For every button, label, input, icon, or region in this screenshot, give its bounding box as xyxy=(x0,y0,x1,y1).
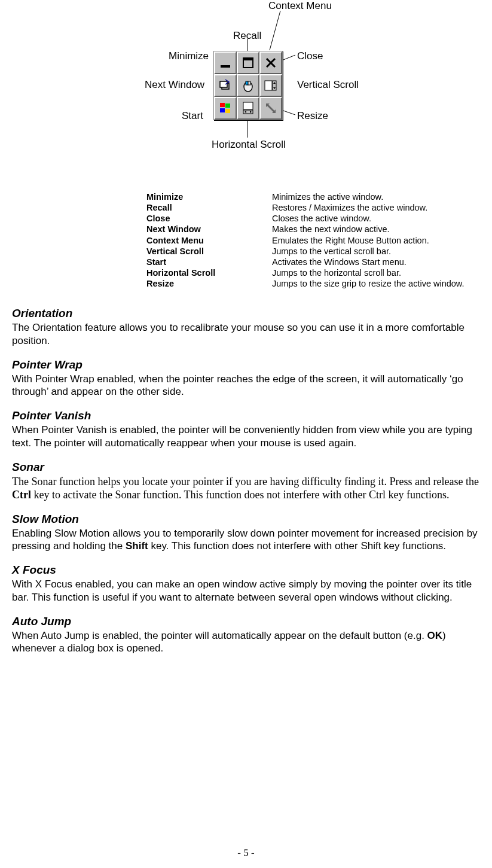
definition-row: RecallRestores / Maximizes the active wi… xyxy=(146,202,480,213)
definition-term: Horizontal Scroll xyxy=(146,267,272,278)
section-pointer-wrap: Pointer Wrap With Pointer Wrap enabled, … xyxy=(12,358,480,399)
definition-desc: Jumps to the vertical scroll bar. xyxy=(272,246,480,257)
svg-rect-13 xyxy=(246,81,248,85)
svg-line-0 xyxy=(270,11,280,50)
svg-rect-19 xyxy=(220,103,225,107)
context-menu-button[interactable] xyxy=(237,74,259,97)
definition-desc: Makes the next window active. xyxy=(272,224,480,234)
page-number: - 5 - xyxy=(0,847,492,859)
definition-row: CloseCloses the active window. xyxy=(146,213,480,224)
section-body: The Orientation feature allows you to re… xyxy=(12,321,480,348)
figure-label-horizontal-scroll: Horizontal Scroll xyxy=(212,139,286,151)
figure-label-start: Start xyxy=(182,110,203,122)
definition-row: Horizontal ScrollJumps to the horizontal… xyxy=(146,267,480,278)
definition-desc: Activates the Windows Start menu. xyxy=(272,257,480,267)
section-heading: Sonar xyxy=(12,461,480,474)
close-button[interactable] xyxy=(259,51,282,74)
body-text: key. This function does not interfere wi… xyxy=(148,540,446,552)
definition-row: MinimizeMinimizes the active window. xyxy=(146,191,480,202)
figure-label-context-menu: Context Menu xyxy=(268,0,332,12)
svg-rect-14 xyxy=(248,81,250,85)
section-body: Enabling Slow Motion allows you to tempo… xyxy=(12,527,480,553)
section-body: With Pointer Wrap enabled, when the poin… xyxy=(12,373,480,399)
cyberjump-toolbar xyxy=(213,51,283,120)
section-slow-motion: Slow Motion Enabling Slow Motion allows … xyxy=(12,513,480,553)
definition-row: Next WindowMakes the next window active. xyxy=(146,224,480,234)
definition-term: Resize xyxy=(146,278,272,289)
body-text: key to activate the Sonar function. This… xyxy=(31,489,450,501)
figure-label-next-window: Next Window xyxy=(145,79,204,91)
section-heading: Orientation xyxy=(12,307,480,320)
definition-desc: Closes the active window. xyxy=(272,213,480,224)
definition-term: Minimize xyxy=(146,191,272,202)
svg-line-4 xyxy=(283,111,295,115)
definition-term: Close xyxy=(146,213,272,224)
section-pointer-vanish: Pointer Vanish When Pointer Vanish is en… xyxy=(12,409,480,450)
section-heading: Pointer Wrap xyxy=(12,358,480,371)
figure-label-minimize: Minimize xyxy=(169,50,209,62)
body-text: When Auto Jump is enabled, the pointer w… xyxy=(12,630,427,641)
definition-list: MinimizeMinimizes the active window. Rec… xyxy=(146,191,480,289)
section-body: When Pointer Vanish is enabled, the poin… xyxy=(12,424,480,450)
body-bold: Shift xyxy=(126,540,148,552)
section-orientation: Orientation The Orientation feature allo… xyxy=(12,307,480,348)
definition-desc: Minimizes the active window. xyxy=(272,191,480,202)
definition-desc: Emulates the Right Mouse Button action. xyxy=(272,235,480,246)
toolbar-figure: Context Menu Recall Minimize Close Next … xyxy=(113,0,379,179)
svg-rect-20 xyxy=(225,103,230,108)
minimize-button[interactable] xyxy=(214,51,237,74)
section-body: When Auto Jump is enabled, the pointer w… xyxy=(12,629,480,656)
body-bold: OK xyxy=(427,630,443,641)
definition-row: Context MenuEmulates the Right Mouse But… xyxy=(146,235,480,246)
svg-rect-7 xyxy=(243,58,253,60)
figure-label-close: Close xyxy=(297,50,323,62)
body-text: The Sonar function helps you locate your… xyxy=(12,476,479,488)
definition-term: Vertical Scroll xyxy=(146,246,272,257)
definition-desc: Restores / Maximizes the active window. xyxy=(272,202,480,213)
definition-term: Recall xyxy=(146,202,272,213)
resize-button[interactable] xyxy=(259,97,282,120)
section-heading: X Focus xyxy=(12,564,480,577)
next-window-button[interactable] xyxy=(214,74,237,97)
svg-rect-23 xyxy=(243,102,253,109)
svg-rect-5 xyxy=(221,65,230,68)
section-heading: Pointer Vanish xyxy=(12,409,480,422)
section-auto-jump: Auto Jump When Auto Jump is enabled, the… xyxy=(12,615,480,656)
figure-label-recall: Recall xyxy=(233,30,261,42)
section-sonar: Sonar The Sonar function helps you locat… xyxy=(12,461,480,502)
definition-row: StartActivates the Windows Start menu. xyxy=(146,257,480,267)
definition-row: Vertical ScrollJumps to the vertical scr… xyxy=(146,246,480,257)
definition-desc: Jumps to the size grip to resize the act… xyxy=(272,278,480,289)
figure-label-vertical-scroll: Vertical Scroll xyxy=(297,79,359,91)
svg-rect-22 xyxy=(225,109,230,113)
definition-row: ResizeJumps to the size grip to resize t… xyxy=(146,278,480,289)
definition-desc: Jumps to the horizontal scroll bar. xyxy=(272,267,480,278)
section-body: With X Focus enabled, you can make an op… xyxy=(12,578,480,604)
section-heading: Auto Jump xyxy=(12,615,480,628)
recall-button[interactable] xyxy=(237,51,259,74)
svg-line-29 xyxy=(267,105,274,112)
definition-term: Context Menu xyxy=(146,235,272,246)
svg-rect-15 xyxy=(265,81,272,90)
body-bold: Ctrl xyxy=(12,489,31,501)
horizontal-scroll-button[interactable] xyxy=(237,97,259,120)
definition-term: Next Window xyxy=(146,224,272,234)
section-body: The Sonar function helps you locate your… xyxy=(12,475,480,502)
svg-rect-21 xyxy=(220,108,225,112)
section-heading: Slow Motion xyxy=(12,513,480,526)
definition-term: Start xyxy=(146,257,272,267)
start-button[interactable] xyxy=(214,97,237,120)
figure-label-resize: Resize xyxy=(297,110,328,122)
section-x-focus: X Focus With X Focus enabled, you can ma… xyxy=(12,564,480,604)
vertical-scroll-button[interactable] xyxy=(259,74,282,97)
svg-line-2 xyxy=(283,55,295,60)
